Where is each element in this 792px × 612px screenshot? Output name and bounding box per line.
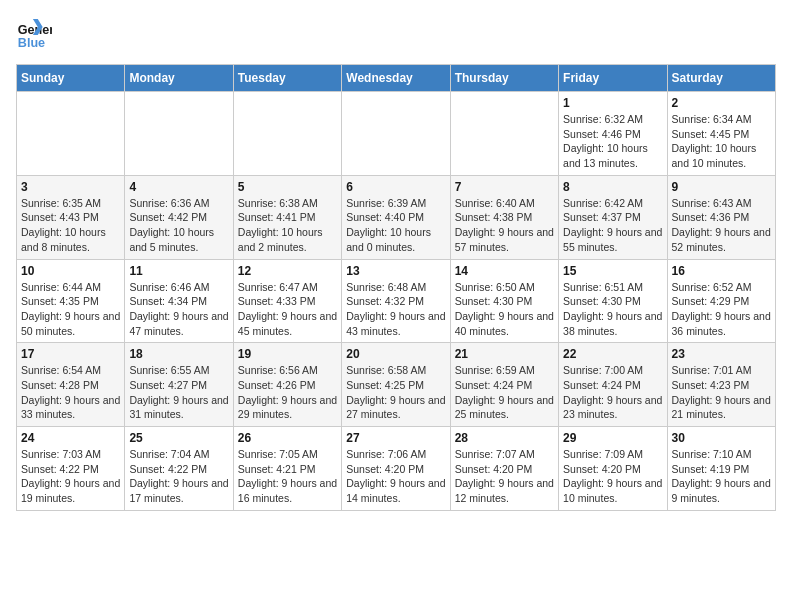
day-info: Sunrise: 7:07 AMSunset: 4:20 PMDaylight:… [455, 447, 554, 506]
day-info: Sunrise: 7:09 AMSunset: 4:20 PMDaylight:… [563, 447, 662, 506]
day-number: 26 [238, 431, 337, 445]
day-info: Sunrise: 7:10 AMSunset: 4:19 PMDaylight:… [672, 447, 771, 506]
calendar-cell: 22Sunrise: 7:00 AMSunset: 4:24 PMDayligh… [559, 343, 667, 427]
day-number: 20 [346, 347, 445, 361]
calendar-cell: 1Sunrise: 6:32 AMSunset: 4:46 PMDaylight… [559, 92, 667, 176]
calendar-cell [342, 92, 450, 176]
day-number: 5 [238, 180, 337, 194]
calendar-cell: 7Sunrise: 6:40 AMSunset: 4:38 PMDaylight… [450, 175, 558, 259]
weekday-header-cell: Tuesday [233, 65, 341, 92]
calendar-cell: 3Sunrise: 6:35 AMSunset: 4:43 PMDaylight… [17, 175, 125, 259]
day-number: 3 [21, 180, 120, 194]
calendar-cell: 19Sunrise: 6:56 AMSunset: 4:26 PMDayligh… [233, 343, 341, 427]
day-info: Sunrise: 7:00 AMSunset: 4:24 PMDaylight:… [563, 363, 662, 422]
weekday-header-cell: Wednesday [342, 65, 450, 92]
day-info: Sunrise: 6:55 AMSunset: 4:27 PMDaylight:… [129, 363, 228, 422]
day-number: 28 [455, 431, 554, 445]
logo-icon: General Blue [16, 16, 52, 52]
day-info: Sunrise: 7:01 AMSunset: 4:23 PMDaylight:… [672, 363, 771, 422]
calendar-cell: 5Sunrise: 6:38 AMSunset: 4:41 PMDaylight… [233, 175, 341, 259]
day-info: Sunrise: 6:54 AMSunset: 4:28 PMDaylight:… [21, 363, 120, 422]
day-info: Sunrise: 6:38 AMSunset: 4:41 PMDaylight:… [238, 196, 337, 255]
calendar-cell: 8Sunrise: 6:42 AMSunset: 4:37 PMDaylight… [559, 175, 667, 259]
calendar-cell: 21Sunrise: 6:59 AMSunset: 4:24 PMDayligh… [450, 343, 558, 427]
day-number: 8 [563, 180, 662, 194]
weekday-header-cell: Thursday [450, 65, 558, 92]
calendar-cell: 25Sunrise: 7:04 AMSunset: 4:22 PMDayligh… [125, 427, 233, 511]
calendar-cell: 15Sunrise: 6:51 AMSunset: 4:30 PMDayligh… [559, 259, 667, 343]
calendar-cell [450, 92, 558, 176]
calendar-cell: 28Sunrise: 7:07 AMSunset: 4:20 PMDayligh… [450, 427, 558, 511]
day-number: 16 [672, 264, 771, 278]
calendar-cell: 13Sunrise: 6:48 AMSunset: 4:32 PMDayligh… [342, 259, 450, 343]
day-info: Sunrise: 6:44 AMSunset: 4:35 PMDaylight:… [21, 280, 120, 339]
day-info: Sunrise: 6:59 AMSunset: 4:24 PMDaylight:… [455, 363, 554, 422]
day-number: 27 [346, 431, 445, 445]
day-number: 21 [455, 347, 554, 361]
day-info: Sunrise: 6:42 AMSunset: 4:37 PMDaylight:… [563, 196, 662, 255]
weekday-header-cell: Sunday [17, 65, 125, 92]
calendar-week-row: 1Sunrise: 6:32 AMSunset: 4:46 PMDaylight… [17, 92, 776, 176]
day-info: Sunrise: 6:43 AMSunset: 4:36 PMDaylight:… [672, 196, 771, 255]
day-info: Sunrise: 6:56 AMSunset: 4:26 PMDaylight:… [238, 363, 337, 422]
calendar-cell [17, 92, 125, 176]
page-header: General Blue [16, 16, 776, 52]
day-number: 24 [21, 431, 120, 445]
day-info: Sunrise: 6:34 AMSunset: 4:45 PMDaylight:… [672, 112, 771, 171]
svg-text:Blue: Blue [18, 36, 45, 50]
day-number: 15 [563, 264, 662, 278]
day-info: Sunrise: 6:50 AMSunset: 4:30 PMDaylight:… [455, 280, 554, 339]
weekday-header-cell: Saturday [667, 65, 775, 92]
day-number: 17 [21, 347, 120, 361]
calendar-cell [233, 92, 341, 176]
day-info: Sunrise: 6:35 AMSunset: 4:43 PMDaylight:… [21, 196, 120, 255]
calendar-cell: 4Sunrise: 6:36 AMSunset: 4:42 PMDaylight… [125, 175, 233, 259]
day-info: Sunrise: 6:47 AMSunset: 4:33 PMDaylight:… [238, 280, 337, 339]
calendar-cell: 18Sunrise: 6:55 AMSunset: 4:27 PMDayligh… [125, 343, 233, 427]
calendar-cell: 2Sunrise: 6:34 AMSunset: 4:45 PMDaylight… [667, 92, 775, 176]
day-number: 11 [129, 264, 228, 278]
calendar-week-row: 3Sunrise: 6:35 AMSunset: 4:43 PMDaylight… [17, 175, 776, 259]
calendar-week-row: 10Sunrise: 6:44 AMSunset: 4:35 PMDayligh… [17, 259, 776, 343]
day-number: 4 [129, 180, 228, 194]
day-number: 7 [455, 180, 554, 194]
day-info: Sunrise: 6:32 AMSunset: 4:46 PMDaylight:… [563, 112, 662, 171]
calendar-cell: 10Sunrise: 6:44 AMSunset: 4:35 PMDayligh… [17, 259, 125, 343]
day-info: Sunrise: 6:51 AMSunset: 4:30 PMDaylight:… [563, 280, 662, 339]
calendar-cell: 14Sunrise: 6:50 AMSunset: 4:30 PMDayligh… [450, 259, 558, 343]
day-number: 6 [346, 180, 445, 194]
calendar-cell [125, 92, 233, 176]
day-number: 14 [455, 264, 554, 278]
calendar-week-row: 24Sunrise: 7:03 AMSunset: 4:22 PMDayligh… [17, 427, 776, 511]
day-number: 2 [672, 96, 771, 110]
calendar-cell: 27Sunrise: 7:06 AMSunset: 4:20 PMDayligh… [342, 427, 450, 511]
day-number: 12 [238, 264, 337, 278]
weekday-header-cell: Friday [559, 65, 667, 92]
day-number: 18 [129, 347, 228, 361]
day-info: Sunrise: 6:36 AMSunset: 4:42 PMDaylight:… [129, 196, 228, 255]
calendar-cell: 26Sunrise: 7:05 AMSunset: 4:21 PMDayligh… [233, 427, 341, 511]
logo: General Blue [16, 16, 52, 52]
day-number: 10 [21, 264, 120, 278]
day-number: 22 [563, 347, 662, 361]
day-info: Sunrise: 6:48 AMSunset: 4:32 PMDaylight:… [346, 280, 445, 339]
day-number: 1 [563, 96, 662, 110]
calendar-cell: 24Sunrise: 7:03 AMSunset: 4:22 PMDayligh… [17, 427, 125, 511]
day-number: 29 [563, 431, 662, 445]
calendar-cell: 17Sunrise: 6:54 AMSunset: 4:28 PMDayligh… [17, 343, 125, 427]
day-info: Sunrise: 7:05 AMSunset: 4:21 PMDaylight:… [238, 447, 337, 506]
calendar-cell: 23Sunrise: 7:01 AMSunset: 4:23 PMDayligh… [667, 343, 775, 427]
day-number: 13 [346, 264, 445, 278]
day-number: 25 [129, 431, 228, 445]
day-number: 23 [672, 347, 771, 361]
day-info: Sunrise: 6:46 AMSunset: 4:34 PMDaylight:… [129, 280, 228, 339]
day-info: Sunrise: 7:06 AMSunset: 4:20 PMDaylight:… [346, 447, 445, 506]
calendar-cell: 9Sunrise: 6:43 AMSunset: 4:36 PMDaylight… [667, 175, 775, 259]
weekday-header-row: SundayMondayTuesdayWednesdayThursdayFrid… [17, 65, 776, 92]
calendar-cell: 16Sunrise: 6:52 AMSunset: 4:29 PMDayligh… [667, 259, 775, 343]
calendar-table: SundayMondayTuesdayWednesdayThursdayFrid… [16, 64, 776, 511]
day-info: Sunrise: 7:03 AMSunset: 4:22 PMDaylight:… [21, 447, 120, 506]
calendar-cell: 11Sunrise: 6:46 AMSunset: 4:34 PMDayligh… [125, 259, 233, 343]
weekday-header-cell: Monday [125, 65, 233, 92]
calendar-week-row: 17Sunrise: 6:54 AMSunset: 4:28 PMDayligh… [17, 343, 776, 427]
